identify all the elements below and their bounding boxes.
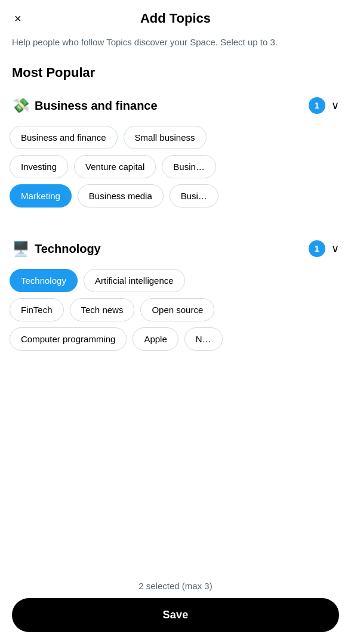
page-content: × Add Topics Help people who follow Topi… [0,0,351,438]
close-icon: × [14,12,21,25]
tag-small-business[interactable]: Small business [124,126,207,149]
page-title: Add Topics [140,11,211,26]
business-emoji: 💸 [12,97,30,114]
tag-apple[interactable]: Apple [133,327,178,351]
technology-emoji: 🖥️ [12,240,30,257]
tag-technology[interactable]: Technology [10,269,78,292]
tag-fintech[interactable]: FinTech [10,298,64,321]
close-button[interactable]: × [12,10,24,27]
tag-marketing[interactable]: Marketing [10,184,72,208]
chevron-down-icon-business: ∨ [331,99,339,112]
tag-busi-partial[interactable]: Busi… [170,184,218,208]
tags-row-tech-2: FinTech Tech news Open source [10,298,341,321]
category-business: 💸 Business and finance 1 ∨ Business and … [0,90,351,223]
category-header-technology[interactable]: 🖥️ Technology 1 ∨ [0,233,351,264]
section-label-most-popular: Most Popular [0,60,351,90]
tags-row-business-3: Marketing Business media Busi… [10,184,341,208]
tag-open-source[interactable]: Open source [140,298,214,321]
save-button[interactable]: Save [12,598,339,632]
tags-row-business-1: Business and finance Small business [10,126,341,149]
category-header-business[interactable]: 💸 Business and finance 1 ∨ [0,90,351,121]
tags-technology: Technology Artificial intelligence FinTe… [0,264,351,366]
tag-business-media[interactable]: Business media [78,184,164,208]
category-title-technology: Technology [35,242,309,256]
tag-n-partial[interactable]: N… [184,327,223,351]
divider-1 [0,228,351,228]
tags-business: Business and finance Small business Inve… [0,121,351,223]
tags-row-business-2: Investing Venture capital Busin… [10,155,341,178]
bottom-bar: 2 selected (max 3) Save [0,574,351,644]
tag-computer-programming[interactable]: Computer programming [10,327,127,351]
category-technology: 🖥️ Technology 1 ∨ Technology Artificial … [0,233,351,366]
header: × Add Topics [0,0,351,33]
tag-artificial-intelligence[interactable]: Artificial intelligence [84,269,185,292]
chevron-down-icon-technology: ∨ [331,242,339,255]
tags-row-tech-3: Computer programming Apple N… [10,327,341,351]
tag-business-and-finance[interactable]: Business and finance [10,126,118,149]
tag-busin-partial[interactable]: Busin… [162,155,216,178]
category-badge-technology: 1 [309,240,325,257]
selected-count-text: 2 selected (max 3) [12,581,339,591]
category-title-business: Business and finance [35,99,309,113]
category-badge-business: 1 [309,97,325,114]
tag-venture-capital[interactable]: Venture capital [74,155,156,178]
tags-row-tech-1: Technology Artificial intelligence [10,269,341,292]
tag-tech-news[interactable]: Tech news [70,298,135,321]
tag-investing[interactable]: Investing [10,155,68,178]
subtitle-text: Help people who follow Topics discover y… [0,33,351,60]
